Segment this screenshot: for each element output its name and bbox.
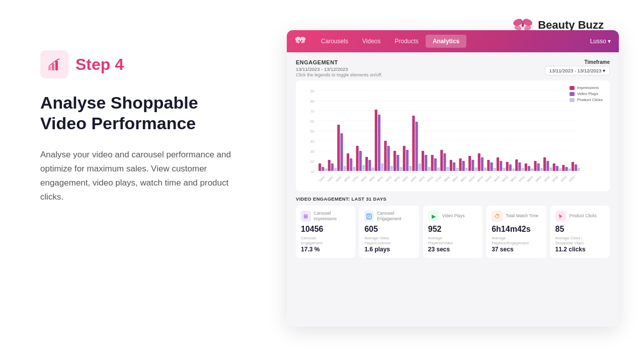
svg-rect-110	[559, 168, 561, 171]
svg-rect-105	[543, 157, 546, 171]
svg-text:90: 90	[310, 89, 314, 94]
metric-card-watchtime: ⏱ Total Watch Time 6h14m42s AveragePlayt…	[487, 206, 546, 258]
legend-dot-productclicks	[570, 98, 575, 102]
svg-rect-93	[506, 162, 509, 171]
svg-text:26/11: 26/11	[427, 175, 434, 183]
svg-text:30: 30	[310, 150, 314, 154]
svg-text:11/12: 11/12	[551, 175, 558, 183]
legend-productclicks: Product Clicks	[570, 98, 603, 102]
svg-rect-96	[515, 159, 518, 171]
metric-name-engagement: Carousel Engagement	[377, 211, 414, 222]
svg-rect-114	[572, 162, 574, 171]
svg-rect-74	[447, 167, 449, 171]
nav-item-analytics[interactable]: Analytics	[426, 35, 466, 48]
svg-rect-65	[419, 163, 421, 171]
nav-user[interactable]: Lusso ▾	[590, 38, 611, 45]
svg-rect-94	[509, 164, 512, 171]
svg-text:20/11: 20/11	[376, 175, 383, 183]
svg-text:50: 50	[310, 130, 314, 134]
svg-rect-107	[549, 167, 552, 171]
nav-items: Carousels Videos Products Analytics	[314, 35, 590, 48]
nav-logo-icon	[295, 35, 306, 48]
svg-rect-67	[425, 155, 427, 171]
svg-text:15/11: 15/11	[335, 175, 342, 183]
svg-rect-63	[412, 116, 415, 171]
svg-rect-64	[416, 122, 418, 171]
engagement-title: ENGAGEMENT	[296, 59, 382, 65]
metric-name-impressions: Carousel Impressions	[314, 211, 351, 222]
svg-rect-84	[478, 153, 480, 171]
legend-dot-impressions	[570, 86, 575, 90]
metric-value-productclicks: 85	[555, 225, 605, 234]
svg-rect-83	[474, 167, 477, 171]
svg-rect-70	[434, 158, 437, 171]
svg-rect-44	[353, 167, 355, 171]
timeframe-selector[interactable]: 13/11/2023 - 13/12/2023 ▾	[545, 66, 610, 75]
svg-rect-97	[518, 162, 521, 171]
svg-rect-35	[325, 168, 328, 171]
svg-rect-79	[462, 161, 465, 171]
svg-rect-77	[456, 168, 458, 171]
svg-text:25/11: 25/11	[418, 175, 425, 183]
svg-rect-103	[537, 163, 540, 171]
svg-rect-81	[468, 156, 471, 171]
svg-rect-41	[344, 166, 346, 171]
step-badge: Step 4	[40, 50, 252, 78]
svg-text:08/12: 08/12	[526, 175, 533, 183]
svg-rect-60	[403, 146, 406, 171]
svg-text:28/11: 28/11	[443, 175, 450, 183]
svg-rect-91	[500, 161, 502, 171]
svg-rect-62	[409, 166, 412, 171]
svg-point-14	[300, 38, 301, 41]
svg-rect-43	[350, 158, 352, 171]
metric-value-impressions: 10456	[301, 225, 350, 234]
metric-sublabel-engagement: Average VideoPlays/Customer	[364, 236, 414, 246]
svg-rect-57	[393, 151, 396, 171]
svg-rect-68	[428, 167, 430, 171]
nav-item-videos[interactable]: Videos	[355, 35, 387, 48]
main-title: Analyse ShoppableVideo Performance	[40, 93, 252, 134]
svg-rect-39	[337, 125, 340, 171]
metric-card-impressions: ⊞ Carousel Impressions 10456 CarouselEng…	[296, 206, 355, 258]
svg-rect-78	[459, 158, 461, 171]
svg-rect-89	[494, 168, 496, 171]
svg-rect-38	[334, 168, 337, 171]
svg-rect-50	[372, 167, 374, 171]
svg-rect-59	[399, 167, 402, 171]
legend-dot-videoplays	[570, 92, 575, 96]
nav-item-carousels[interactable]: Carousels	[314, 35, 355, 48]
svg-text:10/12: 10/12	[543, 175, 550, 183]
carousel-impressions-icon: ⊞	[301, 211, 311, 222]
metric-value-engagement: 605	[364, 225, 414, 234]
svg-text:13/12: 13/12	[568, 175, 575, 183]
dashboard-body: ENGAGEMENT 13/11/2023 - 13/12/2023 Click…	[287, 52, 619, 265]
chart-icon	[47, 57, 61, 71]
svg-rect-9	[55, 61, 58, 70]
svg-text:80: 80	[310, 100, 314, 104]
svg-rect-56	[390, 166, 393, 171]
svg-rect-86	[484, 167, 487, 171]
engagement-dates: 13/11/2023 - 13/12/2023	[296, 66, 382, 72]
legend-videoplays: Video Plays	[570, 92, 603, 96]
svg-rect-104	[540, 168, 543, 171]
svg-point-4	[522, 22, 524, 27]
metric-subvalue-watchtime: 37 secs	[492, 246, 541, 253]
svg-rect-87	[487, 160, 490, 171]
nav-item-products[interactable]: Products	[388, 35, 426, 48]
svg-rect-54	[384, 141, 386, 171]
metric-card-productclicks: Product Clicks 85 Average Clicks /Shoppa…	[550, 206, 610, 258]
chart-area: Impressions Video Plays Product Clicks	[296, 80, 610, 191]
carousel-engagement-icon	[364, 211, 374, 222]
svg-rect-36	[328, 160, 331, 171]
svg-rect-108	[553, 163, 555, 171]
svg-rect-58	[396, 155, 399, 171]
metrics-grid: ⊞ Carousel Impressions 10456 CarouselEng…	[296, 206, 610, 258]
svg-text:18/11: 18/11	[360, 175, 367, 183]
svg-rect-47	[362, 165, 365, 171]
svg-text:17/11: 17/11	[352, 175, 359, 183]
metric-name-productclicks: Product Clicks	[570, 213, 597, 219]
metric-name-videoplays: Video Plays	[442, 213, 465, 219]
svg-rect-34	[321, 167, 324, 171]
svg-rect-100	[528, 166, 530, 171]
metric-name-watchtime: Total Watch Time	[506, 213, 538, 219]
